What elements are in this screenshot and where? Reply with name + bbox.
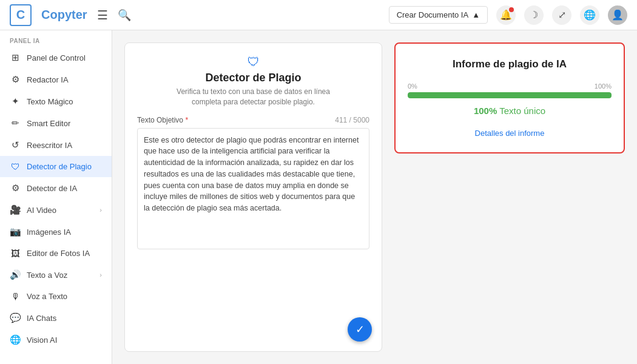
report-link-section: Detalles del informe bbox=[408, 128, 612, 138]
sidebar-item-label: Panel de Control bbox=[27, 53, 102, 62]
detector-icon: ⚙ bbox=[10, 183, 21, 194]
magic-icon: ✦ bbox=[10, 96, 21, 107]
logo-box[interactable]: C bbox=[10, 4, 32, 26]
texto-objetivo-input[interactable]: Este es otro detector de plagio que podr… bbox=[137, 128, 369, 249]
sidebar-item-vision-ai[interactable]: 🌐 Vision AI bbox=[0, 329, 112, 351]
shield-icon: 🛡 bbox=[10, 161, 21, 172]
avatar-icon: 👤 bbox=[612, 9, 624, 21]
sidebar-section-label: PANEL IA bbox=[0, 30, 112, 47]
sidebar-item-label: Imágenes IA bbox=[27, 228, 102, 237]
sidebar-item-label: Editor de Fotos IA bbox=[27, 249, 102, 258]
tool-subtitle: Verifica tu texto con una base de datos … bbox=[163, 87, 345, 107]
create-doc-label: Crear Documento IA bbox=[397, 10, 469, 19]
sidebar-item-label: Redactor IA bbox=[27, 75, 102, 84]
required-marker: * bbox=[185, 116, 188, 124]
sidebar-item-label: IA Chats bbox=[27, 314, 102, 323]
check-icon: ✓ bbox=[356, 323, 365, 336]
sidebar-item-label: Smart Editor bbox=[27, 119, 102, 128]
sidebar-item-voz-a-texto[interactable]: 🎙 Voz a Texto bbox=[0, 286, 112, 307]
redactor-icon: ⚙ bbox=[10, 74, 21, 85]
vision-icon: 🌐 bbox=[10, 334, 21, 345]
dark-mode-button[interactable]: ☽ bbox=[524, 5, 544, 25]
sidebar-item-editor-fotos-ia[interactable]: 🖼 Editor de Fotos IA bbox=[0, 243, 112, 264]
sidebar-item-label: Detector de IA bbox=[27, 184, 102, 193]
submit-button[interactable]: ✓ bbox=[348, 317, 372, 342]
sidebar-item-panel-de-control[interactable]: ⊞ Panel de Control bbox=[0, 47, 112, 69]
mic-icon: 🎙 bbox=[10, 291, 21, 302]
report-details-link[interactable]: Detalles del informe bbox=[475, 129, 545, 138]
fullscreen-button[interactable]: ⤢ bbox=[552, 5, 571, 25]
sidebar-item-reescritor-ia[interactable]: ↺ Reescritor IA bbox=[0, 134, 112, 156]
photo-editor-icon: 🖼 bbox=[10, 248, 21, 258]
sidebar: PANEL IA ⊞ Panel de Control ⚙ Redactor I… bbox=[0, 30, 112, 364]
tool-title: Detector de Plagio bbox=[137, 72, 369, 84]
progress-bar-section: 0% 100% bbox=[408, 83, 612, 98]
sidebar-item-label: AI Video bbox=[27, 206, 93, 215]
progress-labels: 0% 100% bbox=[408, 83, 612, 90]
result-percentage: 100% bbox=[474, 106, 497, 116]
sidebar-item-redactor-ia[interactable]: ⚙ Redactor IA bbox=[0, 69, 112, 90]
tool-icon: 🛡 bbox=[137, 55, 369, 69]
sidebar-item-imagenes-ia[interactable]: 📷 Imágenes IA bbox=[0, 221, 112, 243]
fullscreen-icon: ⤢ bbox=[558, 9, 566, 21]
plagiarism-detector-panel: 🛡 Detector de Plagio Verifica tu texto c… bbox=[124, 42, 382, 352]
progress-bar-fill bbox=[408, 92, 612, 98]
menu-icon[interactable]: ☰ bbox=[97, 8, 108, 22]
header-left: C Copyter ☰ 🔍 bbox=[10, 4, 131, 26]
chevron-right-icon: › bbox=[99, 271, 102, 278]
header: C Copyter ☰ 🔍 Crear Documento IA ▲ 🔔 ☽ ⤢… bbox=[0, 0, 637, 30]
sidebar-item-label: Voz a Texto bbox=[27, 292, 102, 301]
char-counter: 411 / 5000 bbox=[335, 116, 369, 124]
moon-icon: ☽ bbox=[530, 9, 538, 21]
progress-bar-background bbox=[408, 92, 612, 98]
report-panel: Informe de plagio de IA 0% 100% 100% Tex… bbox=[394, 42, 625, 352]
sidebar-item-texto-magico[interactable]: ✦ Texto Mágico bbox=[0, 90, 112, 112]
notification-dot bbox=[509, 7, 514, 12]
progress-label-end: 100% bbox=[595, 83, 612, 90]
video-icon: 🎥 bbox=[10, 204, 21, 215]
layout: PANEL IA ⊞ Panel de Control ⚙ Redactor I… bbox=[0, 30, 637, 364]
header-right: Crear Documento IA ▲ 🔔 ☽ ⤢ 🌐 👤 bbox=[389, 5, 627, 25]
user-avatar[interactable]: 👤 bbox=[608, 5, 627, 25]
sidebar-item-label: Detector de Plagio bbox=[27, 162, 102, 171]
sidebar-item-label: Texto a Voz bbox=[27, 271, 93, 280]
chevron-up-icon: ▲ bbox=[472, 10, 480, 19]
globe-icon: 🌐 bbox=[584, 9, 596, 21]
language-button[interactable]: 🌐 bbox=[580, 5, 599, 25]
sidebar-item-label: Texto Mágico bbox=[27, 97, 102, 106]
result-text: 100% Texto único bbox=[408, 106, 612, 116]
sidebar-item-ai-video[interactable]: 🎥 AI Video › bbox=[0, 199, 112, 221]
sidebar-item-detector-plagio[interactable]: 🛡 Detector de Plagio bbox=[0, 156, 112, 177]
sidebar-item-texto-a-voz[interactable]: 🔊 Texto a Voz › bbox=[0, 264, 112, 286]
grid-icon: ⊞ bbox=[10, 52, 21, 63]
sidebar-item-label: Vision AI bbox=[27, 335, 102, 345]
sidebar-item-detector-ia[interactable]: ⚙ Detector de IA bbox=[0, 177, 112, 199]
field-label-text: Texto Objetivo * bbox=[137, 116, 188, 124]
camera-icon: 📷 bbox=[10, 226, 21, 237]
chevron-right-icon: › bbox=[99, 206, 102, 214]
rewrite-icon: ↺ bbox=[10, 140, 21, 150]
speaker-icon: 🔊 bbox=[10, 269, 21, 280]
result-label-text: Texto único bbox=[499, 106, 545, 116]
notifications-button[interactable]: 🔔 bbox=[496, 5, 516, 25]
report-card: Informe de plagio de IA 0% 100% 100% Tex… bbox=[394, 42, 625, 153]
sidebar-item-smart-editor[interactable]: ✏ Smart Editor bbox=[0, 112, 112, 134]
tool-header: 🛡 Detector de Plagio Verifica tu texto c… bbox=[137, 55, 369, 107]
chat-icon: 💬 bbox=[10, 312, 21, 323]
sidebar-item-label: Reescritor IA bbox=[27, 141, 102, 150]
report-title: Informe de plagio de IA bbox=[408, 58, 612, 70]
main-content: 🛡 Detector de Plagio Verifica tu texto c… bbox=[112, 30, 637, 364]
logo-name: Copyter bbox=[41, 8, 87, 22]
field-label-row: Texto Objetivo * 411 / 5000 bbox=[137, 116, 369, 124]
search-icon[interactable]: 🔍 bbox=[118, 8, 131, 22]
create-doc-button[interactable]: Crear Documento IA ▲ bbox=[389, 6, 488, 24]
edit-icon: ✏ bbox=[10, 118, 21, 129]
sidebar-item-ia-chats[interactable]: 💬 IA Chats bbox=[0, 307, 112, 329]
progress-label-start: 0% bbox=[408, 83, 417, 90]
